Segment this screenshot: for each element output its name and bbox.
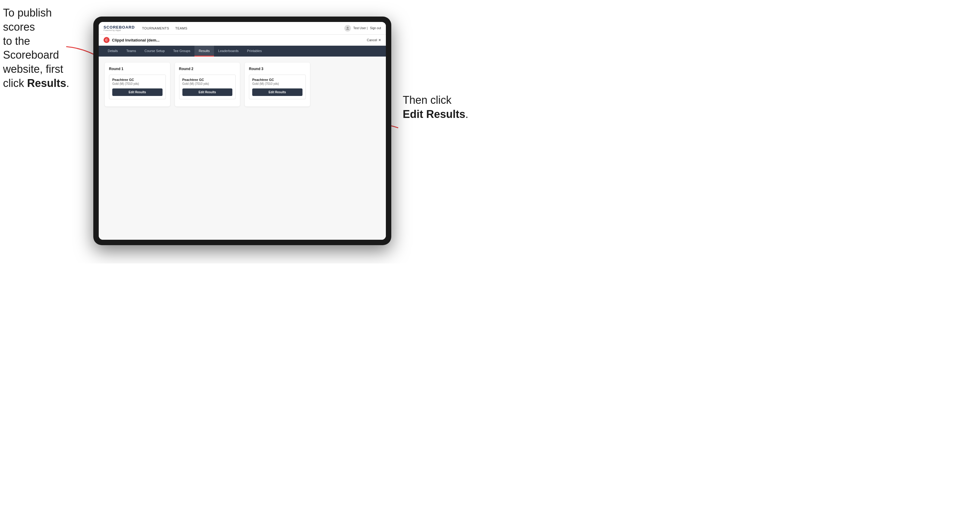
round-1-title: Round 1 [109, 67, 166, 71]
clippd-logo: C [103, 37, 110, 43]
tab-teams[interactable]: Teams [122, 46, 140, 57]
instruction-line2: to the Scoreboard [3, 35, 59, 61]
round-3-course-card: Peachtree GC Gold (M) (7010 yds) Edit Re… [249, 75, 306, 99]
round-2-course-name: Peachtree GC [182, 78, 233, 81]
round-3-course-details: Gold (M) (7010 yds) [252, 82, 302, 86]
round-1-course-details: Gold (M) (7010 yds) [112, 82, 162, 86]
instruction-right-line2-suffix: . [465, 108, 468, 120]
tournament-name: Clippd Invitational (dem... [112, 38, 159, 43]
round-2-card: Round 2 Peachtree GC Gold (M) (7010 yds)… [175, 63, 240, 106]
instruction-line1: To publish scores [3, 6, 52, 33]
nav-right: Test User | Sign out [344, 25, 381, 32]
svg-point-2 [347, 27, 348, 29]
round-3-edit-results-button[interactable]: Edit Results [252, 89, 302, 96]
instruction-right-line2-bold: Edit Results [403, 108, 465, 120]
round-3-course-name: Peachtree GC [252, 78, 302, 81]
round-1-card: Round 1 Peachtree GC Gold (M) (7010 yds)… [105, 63, 170, 106]
instruction-line3: website, first [3, 63, 63, 75]
logo-area: SCOREBOARD Powered by clippd [103, 25, 135, 31]
round-2-course-card: Peachtree GC Gold (M) (7010 yds) Edit Re… [179, 75, 236, 99]
user-icon [346, 27, 350, 30]
logo-sub: Powered by clippd [103, 29, 135, 31]
tournament-title-area: C Clippd Invitational (dem... [103, 37, 159, 43]
tab-printables[interactable]: Printables [243, 46, 266, 57]
tablet-device: SCOREBOARD Powered by clippd TOURNAMENTS… [93, 17, 391, 245]
sign-out-link[interactable]: Sign out [370, 27, 381, 30]
user-name: Test User | [353, 27, 368, 30]
logo-text: SCOREBOARD [103, 25, 135, 29]
tab-tee-groups[interactable]: Tee Groups [169, 46, 194, 57]
cancel-button[interactable]: Cancel ✕ [367, 38, 381, 42]
round-2-edit-results-button[interactable]: Edit Results [182, 89, 233, 96]
nav-links: TOURNAMENTS TEAMS [142, 27, 344, 30]
round-1-course-name: Peachtree GC [112, 78, 162, 81]
instruction-right-line1: Then click [403, 94, 452, 106]
instruction-line4-prefix: click [3, 77, 27, 89]
user-avatar [344, 25, 351, 32]
content-area: Round 1 Peachtree GC Gold (M) (7010 yds)… [99, 57, 386, 240]
round-1-edit-results-button[interactable]: Edit Results [112, 89, 162, 96]
instruction-line4-bold: Results [27, 77, 66, 89]
tournament-header: C Clippd Invitational (dem... Cancel ✕ [99, 35, 386, 46]
tab-leaderboards[interactable]: Leaderboards [214, 46, 243, 57]
tab-course-setup[interactable]: Course Setup [140, 46, 169, 57]
round-2-title: Round 2 [179, 67, 236, 71]
tab-bar: Details Teams Course Setup Tee Groups Re… [99, 46, 386, 57]
tab-results[interactable]: Results [194, 46, 214, 57]
round-4-card [315, 63, 380, 106]
round-3-title: Round 3 [249, 67, 306, 71]
nav-tournaments[interactable]: TOURNAMENTS [142, 27, 169, 30]
round-3-card: Round 3 Peachtree GC Gold (M) (7010 yds)… [245, 63, 310, 106]
round-2-course-details: Gold (M) (7010 yds) [182, 82, 233, 86]
top-nav: SCOREBOARD Powered by clippd TOURNAMENTS… [99, 22, 386, 35]
tab-details[interactable]: Details [103, 46, 122, 57]
rounds-grid: Round 1 Peachtree GC Gold (M) (7010 yds)… [105, 63, 380, 106]
nav-teams[interactable]: TEAMS [175, 27, 187, 30]
instruction-right: Then click Edit Results. [403, 93, 481, 122]
round-1-course-card: Peachtree GC Gold (M) (7010 yds) Edit Re… [109, 75, 166, 99]
tablet-screen: SCOREBOARD Powered by clippd TOURNAMENTS… [99, 22, 386, 240]
